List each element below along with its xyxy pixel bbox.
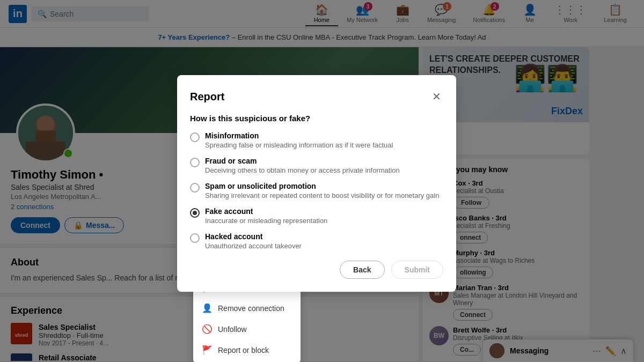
radio-hacked-circle [190,233,200,243]
radio-misinformation[interactable]: Misinformation Spreading false or mislea… [190,131,443,149]
radio-hacked-desc: Unauthorized account takeover [205,242,302,250]
radio-spam-desc: Sharing irrelevant or repeated content t… [205,191,439,200]
radio-fake-account-content: Fake account Inaccurate or misleading re… [205,207,327,225]
radio-fake-account-desc: Inaccurate or misleading representation [205,217,327,225]
report-modal: Report ✕ How is this suspicious or fake?… [177,75,456,292]
modal-title: Report [190,91,224,103]
radio-misinformation-content: Misinformation Spreading false or mislea… [205,131,393,149]
radio-hacked-label: Hacked account [205,232,302,241]
radio-hacked-content: Hacked account Unauthorized account take… [205,232,302,250]
radio-spam[interactable]: Spam or unsolicited promotion Sharing ir… [190,182,443,200]
radio-hacked[interactable]: Hacked account Unauthorized account take… [190,232,443,250]
radio-spam-label: Spam or unsolicited promotion [205,182,439,190]
remove-connection-label: Remove connection [218,304,284,313]
modal-subtitle: How is this suspicious or fake? [190,114,443,123]
radio-fraud-label: Fraud or scam [205,157,400,165]
unfollow-label: Unfollow [218,325,247,334]
modal-header: Report ✕ [190,88,443,105]
report-icon: 🚩 [202,345,213,355]
radio-fraud-desc: Deceiving others to obtain money or acce… [205,166,400,174]
report-block-label: Report or block [218,346,269,354]
dropdown-remove-connection[interactable]: 👤 Remove connection [193,298,301,319]
modal-close-button[interactable]: ✕ [430,88,443,105]
radio-fake-account-label: Fake account [205,207,327,216]
radio-misinformation-desc: Spreading false or misleading informatio… [205,141,393,149]
radio-misinformation-circle [190,132,200,142]
radio-misinformation-label: Misinformation [205,131,393,140]
radio-spam-circle [190,183,200,193]
radio-fraud[interactable]: Fraud or scam Deceiving others to obtain… [190,157,443,174]
radio-fraud-circle [190,158,200,167]
modal-actions: Back Submit [190,261,443,279]
radio-spam-content: Spam or unsolicited promotion Sharing ir… [205,182,439,200]
radio-fraud-content: Fraud or scam Deceiving others to obtain… [205,157,400,174]
back-button[interactable]: Back [340,261,384,279]
dropdown-unfollow[interactable]: 🚫 Unfollow [193,319,301,339]
radio-fake-account[interactable]: Fake account Inaccurate or misleading re… [190,207,443,225]
submit-button[interactable]: Submit [391,261,443,279]
remove-connection-icon: 👤 [202,303,213,313]
dropdown-report-block[interactable]: 🚩 Report or block [193,339,301,360]
radio-fake-account-circle [190,208,200,218]
unfollow-icon: 🚫 [202,324,213,334]
